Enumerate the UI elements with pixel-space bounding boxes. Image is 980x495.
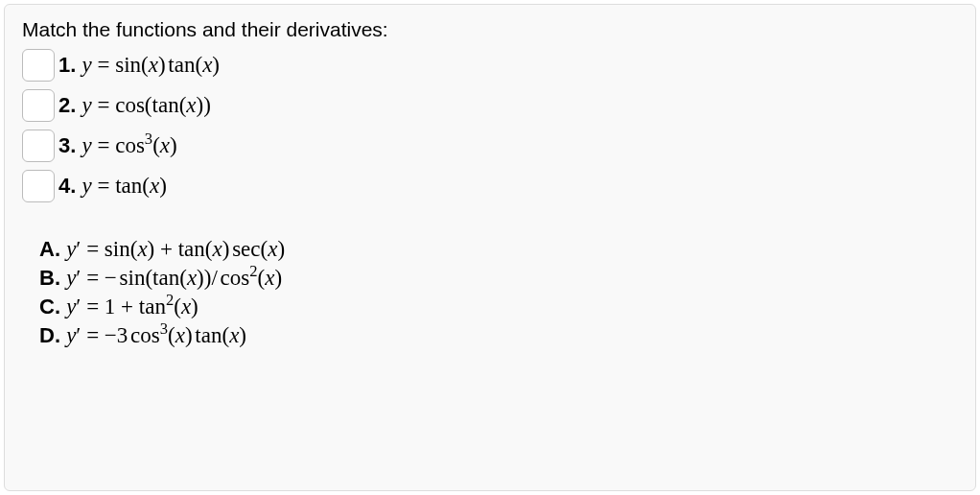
match-input-4[interactable] (22, 170, 55, 202)
answer-row: C. y′ = 1 + tan2(x) (39, 295, 958, 319)
match-row: 1. y = sin(x)tan(x) (22, 49, 958, 82)
question-prompt: Match the functions and their derivative… (22, 18, 958, 41)
match-label: 4. y = tan(x) (58, 174, 167, 199)
match-list: 1. y = sin(x)tan(x) 2. y = cos(tan(x)) 3… (22, 49, 958, 202)
item-number: 3. (58, 133, 76, 158)
answer-label: D. (39, 323, 60, 348)
question-box: Match the functions and their derivative… (4, 4, 976, 491)
answer-label: C. (39, 295, 60, 319)
match-input-3[interactable] (22, 130, 55, 162)
match-label: 3. y = cos3(x) (58, 133, 177, 158)
match-row: 4. y = tan(x) (22, 170, 958, 202)
item-expression: y = tan(x) (82, 174, 166, 199)
answer-row: A. y′ = sin(x) + tan(x)sec(x) (39, 237, 958, 262)
answer-expression: y′ = sin(x) + tan(x)sec(x) (66, 237, 285, 262)
match-input-1[interactable] (22, 49, 55, 82)
match-row: 3. y = cos3(x) (22, 130, 958, 162)
answer-list: A. y′ = sin(x) + tan(x)sec(x) B. y′ = −s… (39, 237, 958, 348)
item-number: 4. (58, 174, 76, 199)
match-label: 1. y = sin(x)tan(x) (58, 53, 220, 78)
item-expression: y = sin(x)tan(x) (82, 53, 220, 78)
answer-expression: y′ = 1 + tan2(x) (66, 295, 198, 319)
answer-row: B. y′ = −sin(tan(x))/cos2(x) (39, 266, 958, 291)
item-expression: y = cos(tan(x)) (82, 93, 210, 118)
answer-label: B. (39, 266, 60, 291)
item-number: 1. (58, 53, 76, 78)
answer-expression: y′ = −sin(tan(x))/cos2(x) (66, 266, 282, 291)
match-input-2[interactable] (22, 89, 55, 122)
item-number: 2. (58, 93, 76, 118)
match-row: 2. y = cos(tan(x)) (22, 89, 958, 122)
answer-row: D. y′ = −3cos3(x)tan(x) (39, 323, 958, 348)
match-label: 2. y = cos(tan(x)) (58, 93, 211, 118)
answer-expression: y′ = −3cos3(x)tan(x) (66, 323, 246, 348)
item-expression: y = cos3(x) (82, 133, 176, 158)
answer-label: A. (39, 237, 60, 262)
